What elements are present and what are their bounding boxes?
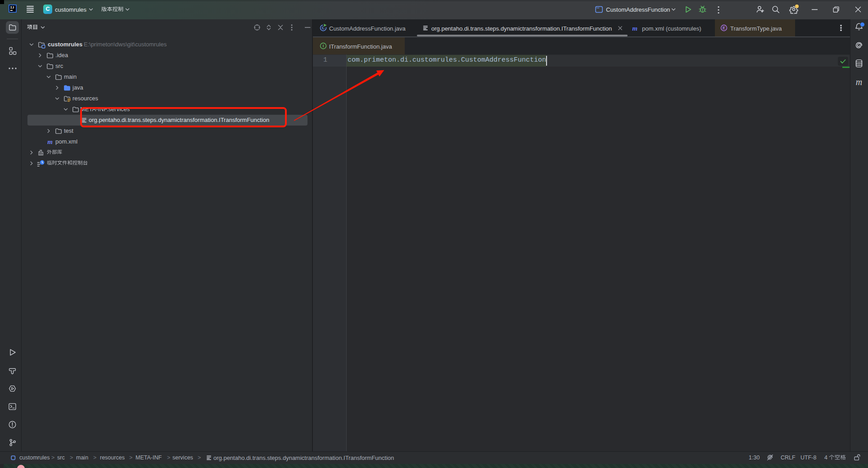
svg-text:I: I [323,44,324,48]
svg-text:IJ: IJ [10,6,14,9]
svg-text:E: E [723,26,725,30]
